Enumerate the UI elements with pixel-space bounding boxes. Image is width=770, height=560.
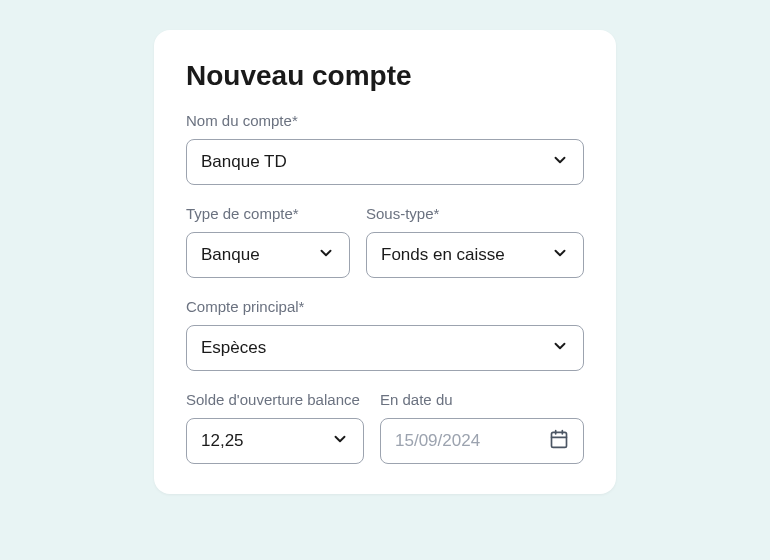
label-account-type: Type de compte* [186,203,350,224]
calendar-icon [549,429,569,453]
label-sub-type: Sous-type* [366,203,584,224]
label-parent-account: Compte principal* [186,296,584,317]
label-opening-balance: Solde d'ouverture balance [186,389,364,410]
field-account-name: Nom du compte* Banque TD [186,110,584,185]
field-sub-type: Sous-type* Fonds en caisse [366,203,584,278]
select-account-type[interactable]: Banque [186,232,350,278]
select-account-name[interactable]: Banque TD [186,139,584,185]
label-account-name: Nom du compte* [186,110,584,131]
row-type-subtype: Type de compte* Banque Sous-type* Fonds … [186,203,584,278]
chevron-down-icon [317,244,335,266]
select-parent-account[interactable]: Espèces [186,325,584,371]
value-sub-type: Fonds en caisse [381,245,505,265]
value-account-name: Banque TD [201,152,287,172]
new-account-card: Nouveau compte Nom du compte* Banque TD … [154,30,616,494]
row-parent-account: Compte principal* Espèces [186,296,584,371]
value-opening-balance: 12,25 [201,431,244,451]
page-title: Nouveau compte [186,60,584,92]
select-sub-type[interactable]: Fonds en caisse [366,232,584,278]
value-as-of-date: 15/09/2024 [395,431,480,451]
chevron-down-icon [551,337,569,359]
row-account-name: Nom du compte* Banque TD [186,110,584,185]
field-account-type: Type de compte* Banque [186,203,350,278]
row-balance-date: Solde d'ouverture balance 12,25 En date … [186,389,584,464]
chevron-down-icon [551,151,569,173]
value-parent-account: Espèces [201,338,266,358]
chevron-down-icon [551,244,569,266]
label-as-of-date: En date du [380,389,584,410]
field-opening-balance: Solde d'ouverture balance 12,25 [186,389,364,464]
select-opening-balance[interactable]: 12,25 [186,418,364,464]
field-parent-account: Compte principal* Espèces [186,296,584,371]
input-as-of-date[interactable]: 15/09/2024 [380,418,584,464]
field-as-of-date: En date du 15/09/2024 [380,389,584,464]
chevron-down-icon [331,430,349,452]
value-account-type: Banque [201,245,260,265]
svg-rect-0 [552,432,567,447]
